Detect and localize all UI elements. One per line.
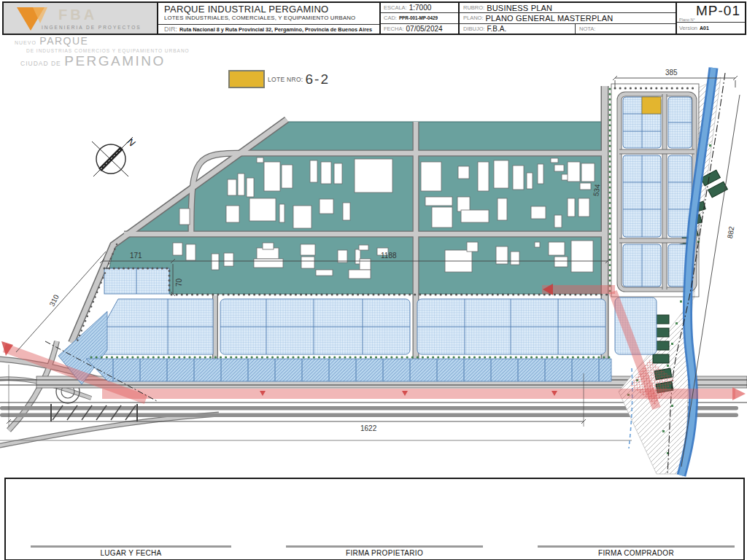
dir-label: DIR: — [164, 26, 177, 33]
signature-label-lugar: LUGAR Y FECHA — [31, 549, 231, 557]
signature-box: LUGAR Y FECHA FIRMA PROPIETARIO FIRMA CO… — [4, 478, 745, 560]
legend: LOTE NRO: 6-2 — [228, 70, 330, 88]
signature-line-lugar — [31, 545, 231, 548]
escala-value: 1:7000 — [409, 4, 432, 12]
version-label: Version — [679, 25, 697, 31]
company-logo-triangle-shade-icon — [33, 7, 47, 23]
fecha-label: FECHA: — [384, 26, 404, 32]
sheet-number: MP-01 — [696, 3, 740, 19]
dim-882: 882 — [726, 225, 736, 239]
fecha-value: 07/05/2024 — [406, 25, 443, 33]
dim-534: 534 — [592, 183, 601, 196]
scale-cell: ESCALA: 1:7000 CAD: PPR-001-MP-0429 FECH… — [381, 3, 460, 34]
title-block: FBA INGENIERIA DE PROYECTOS PARQUE INDUS… — [2, 1, 746, 35]
cad-label: CAD: — [384, 15, 397, 21]
plano-cell: RUBRO: BUSINESS PLAN PLANO: PLANO GENERA… — [460, 3, 677, 34]
masterplan-drawing: N 385 534 882 310 171 70 1188 1622 — [0, 34, 747, 478]
industrial-lots-row1 — [88, 298, 657, 354]
small-lot-block — [104, 268, 169, 294]
project-title: PARQUE INDUSTRIAL PERGAMINO — [164, 4, 379, 15]
dim-310: 310 — [47, 293, 61, 308]
signature-line-comprador — [538, 545, 735, 548]
dim-171: 171 — [130, 252, 142, 260]
signature-label-comprador: FIRMA COMPRADOR — [538, 549, 735, 557]
north-compass-icon: N — [92, 136, 138, 176]
plano-label: PLANO: — [463, 15, 484, 21]
signature-line-propietario — [286, 545, 483, 548]
rubro-value: BUSINESS PLAN — [487, 4, 552, 12]
escala-label: ESCALA: — [384, 4, 407, 11]
dim-70: 70 — [175, 278, 183, 287]
dibujo-value: F.B.A. — [487, 25, 507, 33]
legend-lot-number: 6-2 — [306, 71, 330, 88]
dibujo-label: DIBUJO: — [463, 26, 485, 32]
signature-label-propietario: FIRMA PROPIETARIO — [286, 549, 483, 557]
compass-north-label: N — [125, 136, 137, 149]
plano-n-label: Plano N° — [679, 18, 695, 22]
logo-cell: FBA INGENIERIA DE PROYECTOS — [4, 3, 158, 34]
sheet-cell: MP-01 Plano N° Version A01 — [677, 3, 745, 34]
version-value: A01 — [700, 26, 709, 31]
rubro-label: RUBRO: — [463, 4, 484, 11]
dim-385: 385 — [665, 69, 678, 77]
dim-1622: 1622 — [360, 424, 377, 432]
lot-6-2-highlight — [642, 97, 661, 114]
project-subtitle: LOTES INDUSTRIALES, COMERCIALES, Y EQUIP… — [164, 15, 379, 21]
nota-label: NOTA: — [579, 26, 595, 32]
project-title-cell: PARQUE INDUSTRIAL PERGAMINO LOTES INDUST… — [158, 3, 381, 34]
cad-value: PPR-001-MP-0429 — [399, 15, 438, 20]
legend-lot-swatch — [228, 70, 265, 88]
legend-label: LOTE NRO: — [268, 76, 303, 83]
industrial-lots-row2 — [86, 359, 611, 381]
dir-value: Ruta Nacional 8 y Ruta Provincial 32, Pe… — [179, 26, 372, 33]
dim-1188: 1188 — [381, 252, 397, 260]
company-name-ghost: FBA — [58, 7, 97, 23]
company-tagline: INGENIERIA DE PROYECTOS — [42, 25, 142, 30]
plano-value: PLANO GENERAL MASTERPLAN — [486, 14, 614, 23]
